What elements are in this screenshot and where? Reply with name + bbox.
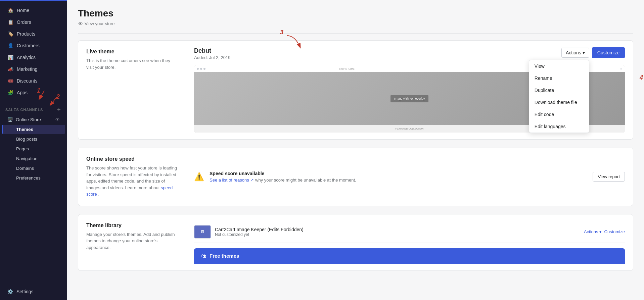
- library-item-name: Cart2Cart Image Keeper (Edits Forbidden): [215, 227, 304, 232]
- view-report-button[interactable]: View report: [593, 172, 625, 182]
- sidebar-subitem-themes[interactable]: Themes: [2, 125, 65, 134]
- library-customize-button[interactable]: Customize: [604, 229, 625, 234]
- theme-info: Debut Added: Jul 2, 2019: [194, 47, 230, 60]
- preview-overlay-text: Image with text overlay: [390, 95, 428, 102]
- sidebar-subitem-navigation[interactable]: Navigation: [2, 154, 65, 163]
- dropdown-item-duplicate[interactable]: Duplicate: [529, 84, 589, 96]
- library-desc: Manage your store's themes. Add and publ…: [86, 231, 178, 251]
- live-theme-left: Live theme This is the theme customers s…: [78, 41, 186, 139]
- customers-icon: 👤: [7, 43, 13, 49]
- library-item: 🖼 Cart2Cart Image Keeper (Edits Forbidde…: [194, 221, 625, 243]
- speed-unavailable: Speed score unavailable: [210, 171, 587, 176]
- sales-channels-label: SALES CHANNELS ＋: [0, 102, 67, 114]
- actions-button[interactable]: Actions ▾: [561, 48, 589, 58]
- library-item-actions: Actions ▾ Customize: [584, 229, 625, 234]
- store-icon: 🖥️: [7, 117, 13, 122]
- sidebar-item-settings[interactable]: ⚙️ Settings: [2, 286, 65, 297]
- warning-icon: ⚠️: [194, 172, 204, 182]
- speed-title: Online store speed: [86, 156, 178, 162]
- speed-card: Online store speed The score shows how f…: [78, 148, 633, 206]
- preview-dot-1: [197, 68, 199, 70]
- actions-dropdown-wrapper: Actions ▾ View Rename Duplicate Download…: [561, 48, 589, 58]
- see-reasons-link[interactable]: See a list of reasons ↗: [210, 178, 255, 183]
- library-actions-button[interactable]: Actions ▾: [584, 229, 602, 234]
- chevron-down-icon: ▾: [599, 229, 602, 234]
- products-icon: 🏷️: [7, 31, 13, 37]
- library-item-sub: Not customized yet: [215, 232, 304, 237]
- sidebar-item-home[interactable]: 🏠 Home: [2, 5, 65, 16]
- speed-left: Online store speed The score shows how f…: [78, 148, 186, 206]
- main-content: Themes 👁 View your store Live theme This…: [67, 0, 644, 300]
- sidebar-item-analytics[interactable]: 📊 Analytics: [2, 52, 65, 63]
- eye-icon[interactable]: 👁: [55, 117, 60, 122]
- library-left: Theme library Manage your store's themes…: [78, 214, 186, 270]
- live-theme-title: Live theme: [86, 49, 178, 55]
- eye-icon: 👁: [78, 21, 83, 27]
- view-store-link[interactable]: 👁 View your store: [78, 21, 633, 27]
- marketing-icon: 📣: [7, 66, 13, 72]
- library-title: Theme library: [86, 222, 178, 229]
- dropdown-item-edit-languages[interactable]: Edit languages: [529, 120, 589, 133]
- preview-dot-3: [203, 68, 205, 70]
- sidebar-subitem-domains[interactable]: Domains: [2, 164, 65, 173]
- add-channel-icon[interactable]: ＋: [56, 106, 62, 113]
- live-theme-right: 3 Debut Added: Jul 2, 2019 Acti: [186, 41, 633, 139]
- sidebar: 🏠 Home 📋 Orders 🏷️ Products 👤 Customers …: [0, 0, 67, 300]
- sidebar-item-orders[interactable]: 📋 Orders: [2, 16, 65, 28]
- actions-dropdown-menu: View Rename Duplicate Download theme fil…: [529, 60, 589, 133]
- sidebar-item-marketing[interactable]: 📣 Marketing: [2, 63, 65, 75]
- speed-reasons: See a list of reasons ↗ why your score m…: [210, 178, 587, 183]
- theme-name: Debut: [194, 47, 230, 54]
- library-item-left: 🖼 Cart2Cart Image Keeper (Edits Forbidde…: [194, 225, 304, 239]
- page-title: Themes: [78, 8, 633, 19]
- sidebar-subitem-preferences[interactable]: Preferences: [2, 173, 65, 183]
- sidebar-item-products[interactable]: 🏷️ Products: [2, 28, 65, 40]
- dropdown-item-download[interactable]: Download theme file: [529, 96, 589, 108]
- speed-desc: The score shows how fast your store is l…: [86, 165, 178, 198]
- library-right: 🖼 Cart2Cart Image Keeper (Edits Forbidde…: [186, 214, 633, 270]
- settings-icon: ⚙️: [7, 289, 13, 294]
- sidebar-item-customers[interactable]: 👤 Customers: [2, 40, 65, 51]
- annotation-4: 4: [640, 74, 643, 81]
- sidebar-online-store[interactable]: 🖥️ Online Store 👁: [2, 115, 65, 124]
- home-icon: 🏠: [7, 7, 13, 13]
- annotation-3: 3: [280, 29, 283, 36]
- free-themes-label: Free themes: [210, 253, 239, 259]
- shopify-icon: 🛍: [201, 253, 206, 259]
- dropdown-item-rename[interactable]: Rename: [529, 72, 589, 84]
- free-themes-bar: 🛍 Free themes: [194, 248, 625, 264]
- live-theme-desc: This is the theme customers see when the…: [86, 57, 178, 70]
- sidebar-item-apps[interactable]: 🧩 Apps: [2, 87, 65, 98]
- library-card: Theme library Manage your store's themes…: [78, 214, 633, 271]
- preview-store-name: STORE NAME: [339, 68, 355, 70]
- preview-dot-2: [200, 68, 202, 70]
- sidebar-subitem-pages[interactable]: Pages: [2, 144, 65, 153]
- theme-added: Added: Jul 2, 2019: [194, 55, 230, 60]
- customize-button[interactable]: Customize: [592, 47, 625, 58]
- sidebar-subitem-blog-posts[interactable]: Blog posts: [2, 135, 65, 144]
- discounts-icon: 🎟️: [7, 78, 13, 84]
- theme-actions: Actions ▾ View Rename Duplicate Download…: [561, 47, 625, 58]
- dropdown-item-view[interactable]: View: [529, 60, 589, 72]
- live-theme-card: Live theme This is the theme customers s…: [78, 40, 633, 140]
- page-header: Themes 👁 View your store: [78, 8, 633, 27]
- theme-header: Debut Added: Jul 2, 2019 Actions ▾ View …: [194, 47, 625, 60]
- speed-right: ⚠️ Speed score unavailable See a list of…: [186, 148, 633, 206]
- chevron-down-icon: ▾: [583, 50, 585, 55]
- thumb-icon: 🖼: [201, 230, 204, 234]
- apps-icon: 🧩: [7, 90, 13, 96]
- library-item-info: Cart2Cart Image Keeper (Edits Forbidden)…: [215, 227, 304, 237]
- speed-info: Speed score unavailable See a list of re…: [210, 171, 587, 183]
- analytics-icon: 📊: [7, 54, 13, 60]
- dropdown-item-edit-code[interactable]: Edit code: [529, 108, 589, 120]
- library-thumb: 🖼: [194, 225, 211, 239]
- orders-icon: 📋: [7, 19, 13, 25]
- sidebar-item-discounts[interactable]: 🎟️ Discounts: [2, 75, 65, 87]
